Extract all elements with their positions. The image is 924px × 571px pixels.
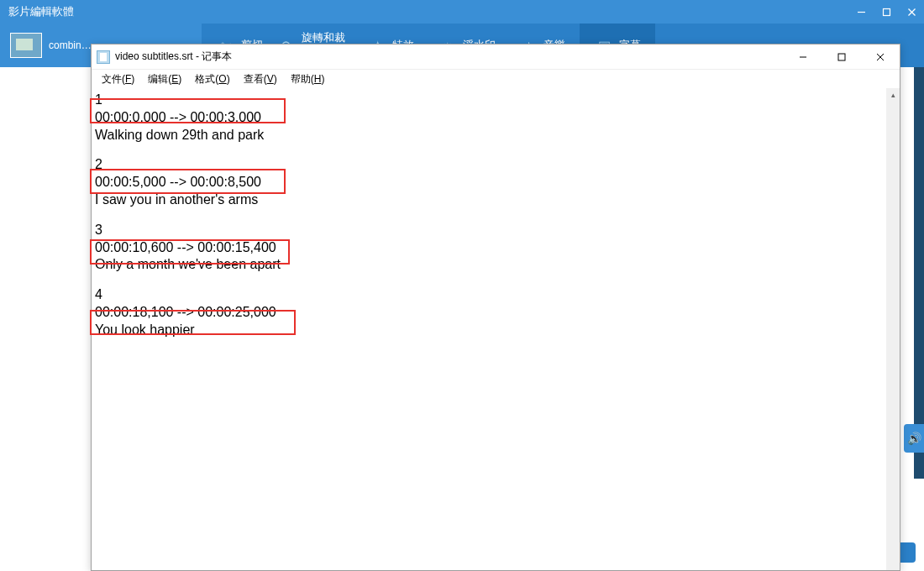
subtitle-text: You look happier (95, 322, 886, 339)
notepad-title-left: video subtitles.srt - 记事本 (97, 50, 232, 64)
svg-rect-5 (838, 54, 845, 60)
subtitle-index: 2 (95, 156, 886, 174)
video-editor-right-edge (914, 67, 924, 479)
notepad-menubar: 文件(F) 编辑(E) 格式(O) 查看(V) 帮助(H) (92, 70, 900, 88)
notepad-window: video subtitles.srt - 记事本 文件(F) 编辑(E) 格式… (91, 44, 900, 571)
subtitle-entry: 2 00:00:5,000 --> 00:00:8,500 I saw you … (95, 156, 886, 208)
video-editor-maximize-button[interactable] (874, 0, 899, 24)
scroll-up-icon[interactable]: ▴ (886, 88, 900, 102)
menu-help[interactable]: 帮助(H) (284, 71, 332, 88)
notepad-close-button[interactable] (861, 45, 900, 70)
notepad-scrollbar[interactable]: ▴ (886, 88, 900, 570)
subtitle-index: 1 (95, 92, 886, 109)
notepad-maximize-button[interactable] (822, 45, 861, 70)
notepad-icon (97, 50, 110, 64)
menu-format[interactable]: 格式(O) (188, 71, 236, 88)
subtitle-text: Only a month we've been apart (95, 256, 886, 274)
svg-rect-1 (883, 8, 890, 15)
notepad-text-area[interactable]: 1 00:00:0,000 --> 00:00:3,000 Walking do… (95, 92, 886, 570)
notepad-body: 1 00:00:0,000 --> 00:00:3,000 Walking do… (92, 88, 900, 570)
sound-toggle-button[interactable]: 🔊 (904, 424, 924, 453)
notepad-title: video subtitles.srt - 记事本 (115, 50, 232, 64)
notepad-titlebar[interactable]: video subtitles.srt - 记事本 (92, 45, 900, 70)
menu-edit[interactable]: 编辑(E) (141, 71, 188, 88)
menu-view[interactable]: 查看(V) (237, 71, 284, 88)
subtitle-index: 3 (95, 222, 886, 239)
subtitle-time: 00:00:5,000 --> 00:00:8,500 (95, 174, 886, 191)
subtitle-index: 4 (95, 286, 886, 304)
notepad-window-controls (784, 45, 900, 70)
subtitle-text: I saw you in another's arms (95, 191, 886, 209)
video-editor-titlebar: 影片編輯軟體 (0, 0, 924, 24)
speaker-icon: 🔊 (907, 432, 921, 445)
video-editor-thumb-label: combin… (49, 39, 92, 51)
notepad-minimize-button[interactable] (784, 45, 822, 70)
subtitle-entry: 4 00:00:18,100 --> 00:00:25,000 You look… (95, 286, 886, 338)
video-editor-title: 影片編輯軟體 (8, 4, 848, 19)
menu-file[interactable]: 文件(F) (95, 71, 141, 88)
subtitle-text: Walking down 29th and park (95, 127, 886, 144)
subtitle-entry: 1 00:00:0,000 --> 00:00:3,000 Walking do… (95, 92, 886, 144)
subtitle-entry: 3 00:00:10,600 --> 00:00:15,400 Only a m… (95, 222, 886, 274)
video-editor-window-controls (848, 0, 924, 24)
subtitle-time: 00:00:10,600 --> 00:00:15,400 (95, 239, 886, 257)
subtitle-time: 00:00:18,100 --> 00:00:25,000 (95, 304, 886, 322)
video-editor-minimize-button[interactable] (848, 0, 874, 24)
video-editor-thumbnail[interactable] (10, 33, 42, 58)
video-editor-close-button[interactable] (899, 0, 924, 24)
subtitle-time: 00:00:0,000 --> 00:00:3,000 (95, 109, 886, 127)
